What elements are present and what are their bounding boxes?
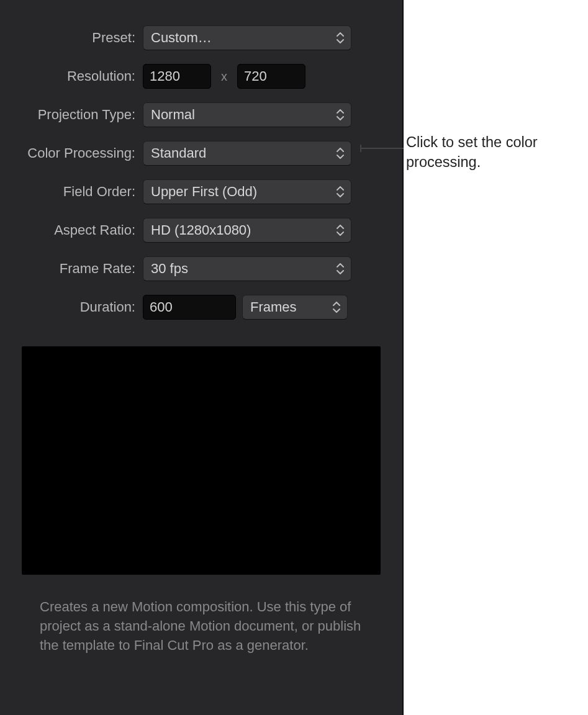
callout-leader-line [360,148,404,149]
aspect-ratio-row: Aspect Ratio: HD (1280x1080) [0,211,402,250]
frame-rate-value: 30 fps [151,261,188,277]
duration-unit-value: Frames [250,299,297,315]
chevron-up-down-icon [336,221,347,240]
preset-row: Preset: Custom… [0,19,402,57]
color-processing-select[interactable]: Standard [143,141,351,166]
field-order-value: Upper First (Odd) [151,184,257,200]
resolution-separator: x [217,70,231,84]
preview-area [22,346,381,575]
project-description: Creates a new Motion composition. Use th… [40,597,363,655]
chevron-up-down-icon [336,259,347,278]
duration-row: Duration: 600 Frames [0,288,402,326]
resolution-height-input[interactable]: 720 [237,64,305,89]
field-order-select[interactable]: Upper First (Odd) [143,179,351,204]
aspect-ratio-select[interactable]: HD (1280x1080) [143,218,351,243]
frame-rate-row: Frame Rate: 30 fps [0,250,402,288]
chevron-up-down-icon [336,29,347,47]
aspect-ratio-label: Aspect Ratio: [0,223,143,237]
projection-type-row: Projection Type: Normal [0,96,402,134]
color-processing-row: Color Processing: Standard [0,134,402,173]
field-order-row: Field Order: Upper First (Odd) [0,173,402,211]
chevron-up-down-icon [336,144,347,163]
chevron-up-down-icon [332,298,343,317]
resolution-row: Resolution: 1280 x 720 [0,57,402,96]
callout-text: Click to set the color processing. [406,133,574,172]
aspect-ratio-value: HD (1280x1080) [151,222,251,238]
color-processing-label: Color Processing: [0,146,143,160]
duration-label: Duration: [0,300,143,314]
frame-rate-select[interactable]: 30 fps [143,256,351,281]
duration-unit-select[interactable]: Frames [242,295,348,320]
projection-type-label: Projection Type: [0,108,143,122]
duration-input[interactable]: 600 [143,295,236,320]
frame-rate-label: Frame Rate: [0,262,143,276]
resolution-width-input[interactable]: 1280 [143,64,211,89]
chevron-up-down-icon [336,182,347,201]
projection-type-value: Normal [151,107,195,123]
preset-select[interactable]: Custom… [143,25,351,50]
chevron-up-down-icon [336,106,347,124]
field-order-label: Field Order: [0,185,143,199]
preset-value: Custom… [151,30,212,46]
resolution-label: Resolution: [0,70,143,83]
color-processing-value: Standard [151,145,206,161]
project-settings-panel: Preset: Custom… Resolution: 1280 x 720 P… [0,0,404,715]
projection-type-select[interactable]: Normal [143,102,351,127]
preset-label: Preset: [0,31,143,45]
